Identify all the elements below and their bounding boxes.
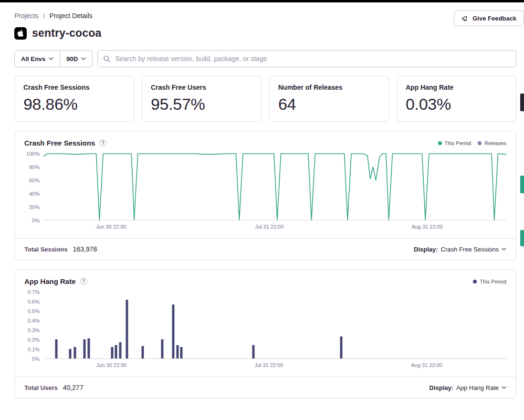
bar [111,347,113,358]
environment-selector[interactable]: All Envs [15,51,60,67]
y-tick-label: 0.4% [28,318,40,324]
bar [84,339,86,358]
bar [115,345,117,358]
y-tick-label: 0.3% [28,327,40,333]
display-value: App Hang Rate [456,384,499,391]
x-tick-label: Aug 31 22:00 [411,224,442,230]
page-content: Projects Project Details sentry-cocoa Al… [14,2,516,399]
panel-header: App Hang Rate ? This Period [15,270,516,285]
panel-footer: Total Users 40,277 Display: App Hang Rat… [15,377,516,398]
bar [55,339,58,358]
stat-value: 98.86% [23,95,125,114]
y-tick-label: 0.7% [28,289,40,295]
clipped-sidebar-fragment [520,94,524,111]
line-plot-area[interactable] [43,154,506,220]
breadcrumb-row: Projects Project Details [14,2,516,20]
filter-button-group: All Envs 90D [14,50,93,67]
y-tick-label: 0.5% [28,308,40,314]
bar [252,345,255,358]
legend-item[interactable]: This Period [438,140,472,146]
y-axis: 100%80%60%40%20%0% [19,154,43,220]
y-tick-label: 40% [29,191,40,197]
page-title: sentry-cocoa [32,27,102,40]
display-label: Display: [414,246,438,253]
y-tick-label: 80% [29,164,40,170]
chevron-down-icon [81,57,86,60]
x-tick-label: Jun 30 22:00 [96,362,127,368]
bar [141,346,144,358]
bar [88,338,90,358]
x-axis: Jun 30 22:00Jul 31 22:00Aug 31 22:00 [43,362,506,371]
x-axis: Jun 30 22:00Jul 31 22:00Aug 31 22:00 [43,224,506,232]
legend-item[interactable]: This Period [473,279,506,284]
clipped-sidebar-fragment [520,176,524,193]
release-search [97,50,516,67]
x-tick-label: Jun 30 22:00 [96,224,126,230]
legend-item[interactable]: Releases [478,140,506,146]
date-range-selector[interactable]: 90D [60,51,92,67]
y-tick-label: 0% [32,218,40,223]
y-tick-label: 0.6% [28,299,40,304]
breadcrumb-projects-link[interactable]: Projects [14,12,39,20]
x-tick-label: Aug 31 22:00 [411,362,442,368]
apple-platform-icon [14,27,27,40]
crash-free-sessions-chart: 100%80%60%40%20%0% Jun 30 22:00Jul 31 22… [15,147,516,232]
chart-legend: This Period [473,279,506,284]
bar [340,336,342,358]
chart-legend: This PeriodReleases [438,140,507,146]
breadcrumb: Projects Project Details [14,12,93,20]
stat-number-of-releases: Number of Releases 64 [269,76,389,122]
score-card-row: Crash Free Sessions 98.86% Crash Free Us… [14,76,516,122]
display-label: Display: [430,384,454,391]
total-users-value: 40,277 [63,384,84,391]
display-selector[interactable]: Display: App Hang Rate [430,384,506,391]
give-feedback-button[interactable]: Give Feedback [454,10,524,26]
bar [161,339,164,358]
stat-value: 64 [278,95,380,114]
y-tick-label: 100% [26,151,40,157]
panel-title: App Hang Rate [24,277,76,285]
legend-label: This Period [445,140,472,146]
help-icon[interactable]: ? [99,139,106,147]
panel-header: Crash Free Sessions ? This PeriodRelease… [15,131,516,147]
legend-dot-icon [473,280,477,284]
stat-crash-free-users: Crash Free Users 95.57% [142,76,262,122]
chevron-down-icon [502,248,506,251]
panel-footer: Total Sessions 163,978 Display: Crash Fr… [15,238,516,260]
x-tick-label: Jul 31 22:00 [255,224,283,230]
bar [126,300,128,358]
y-axis: 0.7%0.6%0.5%0.4%0.3%0.2%0.1%0% [19,292,43,359]
y-tick-label: 60% [29,178,40,183]
stat-label: Crash Free Users [151,84,252,91]
bar [180,347,183,358]
stat-value: 95.57% [151,95,252,114]
bar [69,349,72,358]
stat-value: 0.03% [406,95,507,114]
stat-label: App Hang Rate [406,84,507,91]
bar [119,342,122,358]
y-tick-label: 0.1% [28,346,40,352]
total-sessions-value: 163,978 [73,245,97,253]
chevron-down-icon [502,386,506,389]
legend-dot-icon [478,141,482,145]
search-input[interactable] [97,50,516,67]
display-selector[interactable]: Display: Crash Free Sessions [414,246,506,253]
bar [172,304,174,358]
legend-label: This Period [480,279,506,284]
panel-title: Crash Free Sessions [24,139,95,147]
legend-label: Releases [484,140,506,146]
bar-plot-area[interactable] [43,292,506,359]
total-users-label: Total Users [24,384,58,391]
megaphone-icon [461,15,469,22]
give-feedback-label: Give Feedback [472,15,516,22]
stat-label: Crash Free Sessions [23,84,125,91]
stat-crash-free-sessions: Crash Free Sessions 98.86% [14,76,134,122]
legend-dot-icon [438,141,442,145]
bar [73,347,76,358]
total-sessions-label: Total Sessions [24,246,68,253]
stat-app-hang-rate: App Hang Rate 0.03% [397,76,516,122]
project-header: sentry-cocoa [14,27,516,40]
y-tick-label: 0% [32,356,40,362]
chevron-down-icon [49,57,53,60]
help-icon[interactable]: ? [80,278,87,285]
